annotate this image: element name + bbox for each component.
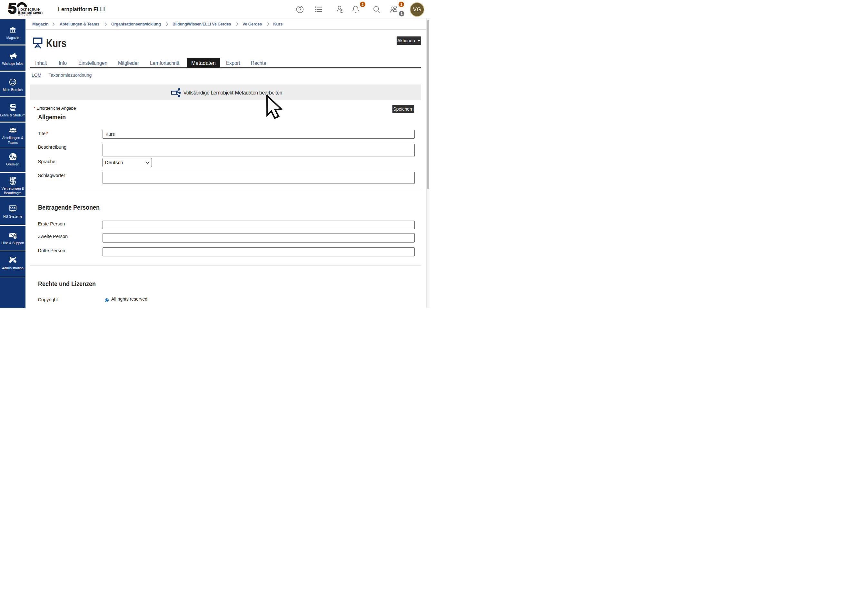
- svg-text:1975 – 2025: 1975 – 2025: [18, 14, 31, 16]
- svg-text:5: 5: [8, 2, 16, 17]
- svg-text:?: ?: [14, 236, 16, 239]
